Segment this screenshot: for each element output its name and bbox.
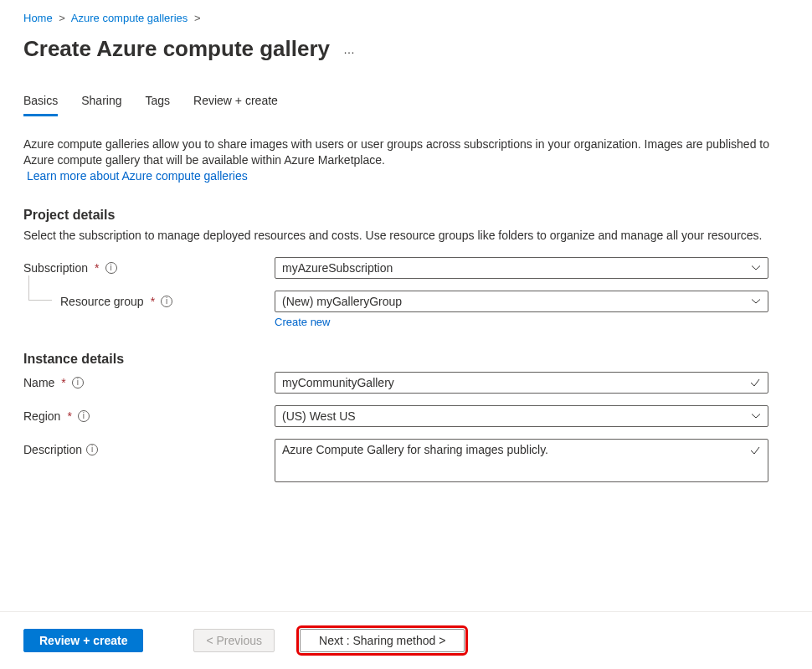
- region-label-text: Region: [23, 409, 60, 423]
- previous-button: < Previous: [193, 629, 275, 652]
- create-gallery-page: Home > Azure compute galleries > Create …: [0, 0, 812, 669]
- tree-connector-icon: [28, 275, 52, 301]
- info-icon[interactable]: i: [72, 377, 84, 389]
- region-select[interactable]: (US) West US: [275, 405, 768, 427]
- intro-learn-more-link[interactable]: Learn more about Azure compute galleries: [27, 169, 248, 183]
- info-icon[interactable]: i: [86, 444, 98, 455]
- row-resource-group: Resource group * i (New) myGalleryGroup …: [23, 291, 789, 328]
- breadcrumb-sep: >: [194, 12, 201, 24]
- instance-details-heading: Instance details: [23, 352, 789, 367]
- description-label-text: Description: [23, 443, 82, 456]
- resource-group-label: Resource group * i: [23, 291, 275, 308]
- chevron-down-icon: [751, 411, 761, 421]
- name-label-text: Name: [23, 376, 54, 389]
- project-details-desc: Select the subscription to manage deploy…: [23, 228, 785, 244]
- chevron-down-icon: [751, 296, 761, 306]
- chevron-down-icon: [751, 263, 761, 273]
- info-icon[interactable]: i: [105, 262, 117, 274]
- page-title: Create Azure compute gallery: [23, 36, 330, 62]
- intro-text: Azure compute galleries allow you to sha…: [23, 137, 769, 167]
- subscription-label: Subscription * i: [23, 257, 275, 275]
- review-create-button[interactable]: Review + create: [23, 629, 143, 652]
- tab-sharing[interactable]: Sharing: [81, 94, 121, 116]
- resource-group-select[interactable]: (New) myGalleryGroup: [275, 291, 768, 312]
- create-new-link[interactable]: Create new: [275, 316, 330, 328]
- description-textarea[interactable]: Azure Compute Gallery for sharing images…: [275, 439, 768, 482]
- project-details-heading: Project details: [23, 208, 789, 223]
- region-input-cell: (US) West US: [275, 405, 768, 427]
- breadcrumb-sep: >: [59, 12, 65, 24]
- check-icon: [749, 377, 761, 389]
- title-row: Create Azure compute gallery …: [23, 36, 789, 62]
- row-description: Description i Azure Compute Gallery for …: [23, 439, 789, 482]
- breadcrumb-home[interactable]: Home: [23, 12, 53, 24]
- row-name: Name * i: [23, 372, 789, 394]
- nav-buttons: < Previous Next : Sharing method >: [193, 629, 465, 652]
- name-input[interactable]: [275, 372, 768, 394]
- subscription-value: myAzureSubscription: [282, 261, 751, 275]
- required-icon: *: [67, 409, 71, 423]
- region-value: (US) West US: [282, 409, 751, 423]
- more-actions-icon[interactable]: …: [343, 43, 356, 56]
- required-icon: *: [151, 295, 155, 308]
- create-new-link-wrap: Create new: [275, 316, 768, 328]
- info-icon[interactable]: i: [161, 296, 172, 307]
- name-label: Name * i: [23, 372, 275, 389]
- region-label: Region * i: [23, 405, 275, 423]
- breadcrumb-galleries[interactable]: Azure compute galleries: [71, 12, 188, 24]
- required-icon: *: [95, 261, 99, 275]
- resource-group-input-cell: (New) myGalleryGroup Create new: [275, 291, 768, 328]
- row-subscription: Subscription * i myAzureSubscription: [23, 257, 789, 279]
- required-icon: *: [61, 376, 65, 389]
- name-text-input[interactable]: [282, 376, 749, 389]
- footer-bar: Review + create < Previous Next : Sharin…: [0, 611, 812, 669]
- name-input-cell: [275, 372, 768, 394]
- resource-group-value: (New) myGalleryGroup: [282, 295, 751, 308]
- description-value: Azure Compute Gallery for sharing images…: [282, 443, 761, 478]
- tab-review[interactable]: Review + create: [193, 94, 278, 116]
- info-icon[interactable]: i: [78, 410, 90, 422]
- next-button[interactable]: Next : Sharing method >: [300, 629, 465, 652]
- row-region: Region * i (US) West US: [23, 405, 789, 427]
- check-icon: [749, 445, 761, 456]
- description-input-cell: Azure Compute Gallery for sharing images…: [275, 439, 768, 482]
- intro-block: Azure compute galleries allow you to sha…: [23, 136, 785, 184]
- resource-group-label-text: Resource group: [60, 295, 144, 308]
- tab-tags[interactable]: Tags: [146, 94, 171, 116]
- subscription-label-text: Subscription: [23, 261, 88, 275]
- description-label: Description i: [23, 439, 275, 456]
- subscription-input-cell: myAzureSubscription: [275, 257, 768, 279]
- subscription-select[interactable]: myAzureSubscription: [275, 257, 768, 279]
- tabs: Basics Sharing Tags Review + create: [23, 94, 789, 116]
- tab-basics[interactable]: Basics: [23, 94, 58, 116]
- breadcrumb: Home > Azure compute galleries >: [23, 12, 789, 24]
